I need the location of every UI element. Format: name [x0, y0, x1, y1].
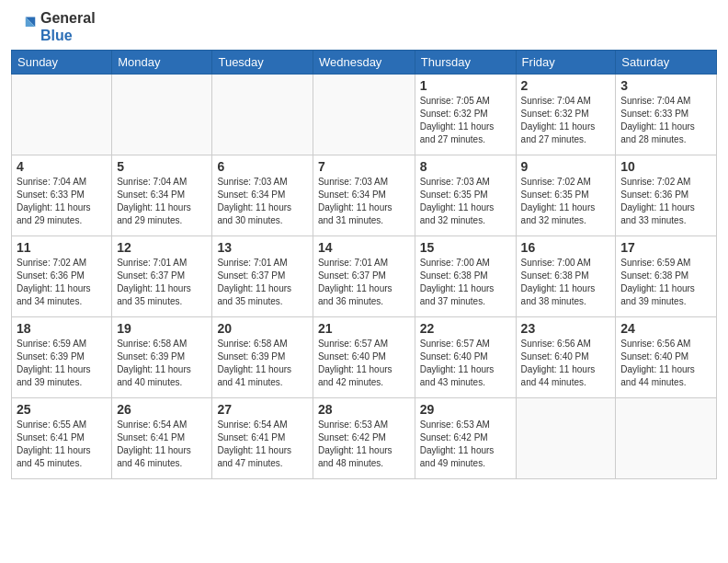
day-info: Sunrise: 7:04 AM Sunset: 6:33 PM Dayligh… [620, 95, 711, 146]
calendar-cell: 27Sunrise: 6:54 AM Sunset: 6:41 PM Dayli… [212, 398, 313, 479]
calendar-cell: 19Sunrise: 6:58 AM Sunset: 6:39 PM Dayli… [112, 317, 212, 398]
day-number: 21 [318, 321, 410, 336]
calendar-header-friday: Friday [516, 51, 616, 75]
calendar-cell: 4Sunrise: 7:04 AM Sunset: 6:33 PM Daylig… [12, 155, 112, 236]
calendar: SundayMondayTuesdayWednesdayThursdayFrid… [11, 50, 717, 479]
day-number: 29 [420, 402, 511, 417]
day-info: Sunrise: 6:56 AM Sunset: 6:40 PM Dayligh… [620, 338, 711, 389]
day-info: Sunrise: 7:04 AM Sunset: 6:32 PM Dayligh… [521, 95, 611, 146]
day-info: Sunrise: 6:54 AM Sunset: 6:41 PM Dayligh… [117, 419, 207, 470]
day-number: 28 [318, 402, 410, 417]
logo-text: General Blue [40, 9, 96, 44]
day-number: 3 [620, 78, 711, 93]
day-info: Sunrise: 6:54 AM Sunset: 6:41 PM Dayligh… [217, 419, 308, 470]
day-number: 5 [117, 159, 207, 174]
day-info: Sunrise: 6:57 AM Sunset: 6:40 PM Dayligh… [420, 338, 511, 389]
calendar-header-monday: Monday [112, 51, 212, 75]
day-number: 16 [521, 240, 611, 255]
calendar-cell: 13Sunrise: 7:01 AM Sunset: 6:37 PM Dayli… [212, 236, 313, 317]
logo-icon [11, 14, 37, 40]
day-info: Sunrise: 7:03 AM Sunset: 6:34 PM Dayligh… [217, 176, 308, 227]
calendar-cell: 2Sunrise: 7:04 AM Sunset: 6:32 PM Daylig… [516, 75, 616, 155]
calendar-cell: 12Sunrise: 7:01 AM Sunset: 6:37 PM Dayli… [112, 236, 212, 317]
calendar-cell [313, 75, 415, 155]
day-info: Sunrise: 7:00 AM Sunset: 6:38 PM Dayligh… [521, 257, 611, 308]
calendar-header-thursday: Thursday [415, 51, 516, 75]
day-number: 2 [521, 78, 611, 93]
calendar-cell: 10Sunrise: 7:02 AM Sunset: 6:36 PM Dayli… [616, 155, 717, 236]
calendar-week-row: 25Sunrise: 6:55 AM Sunset: 6:41 PM Dayli… [12, 398, 717, 479]
day-info: Sunrise: 6:58 AM Sunset: 6:39 PM Dayligh… [117, 338, 207, 389]
day-number: 27 [217, 402, 308, 417]
calendar-cell: 15Sunrise: 7:00 AM Sunset: 6:38 PM Dayli… [415, 236, 516, 317]
day-number: 24 [620, 321, 711, 336]
calendar-cell [616, 398, 717, 479]
calendar-cell [112, 75, 212, 155]
calendar-cell: 28Sunrise: 6:53 AM Sunset: 6:42 PM Dayli… [313, 398, 415, 479]
day-number: 14 [318, 240, 410, 255]
day-number: 1 [420, 78, 511, 93]
day-info: Sunrise: 7:03 AM Sunset: 6:34 PM Dayligh… [318, 176, 410, 227]
day-info: Sunrise: 6:56 AM Sunset: 6:40 PM Dayligh… [521, 338, 611, 389]
calendar-cell: 29Sunrise: 6:53 AM Sunset: 6:42 PM Dayli… [415, 398, 516, 479]
day-number: 19 [117, 321, 207, 336]
calendar-cell: 17Sunrise: 6:59 AM Sunset: 6:38 PM Dayli… [616, 236, 717, 317]
day-number: 18 [17, 321, 107, 336]
day-info: Sunrise: 6:53 AM Sunset: 6:42 PM Dayligh… [318, 419, 410, 470]
calendar-cell: 23Sunrise: 6:56 AM Sunset: 6:40 PM Dayli… [516, 317, 616, 398]
day-number: 13 [217, 240, 308, 255]
calendar-header-row: SundayMondayTuesdayWednesdayThursdayFrid… [12, 51, 717, 75]
day-info: Sunrise: 7:02 AM Sunset: 6:36 PM Dayligh… [17, 257, 107, 308]
day-number: 7 [318, 159, 410, 174]
day-info: Sunrise: 7:01 AM Sunset: 6:37 PM Dayligh… [117, 257, 207, 308]
calendar-cell: 24Sunrise: 6:56 AM Sunset: 6:40 PM Dayli… [616, 317, 717, 398]
calendar-header-sunday: Sunday [12, 51, 112, 75]
calendar-week-row: 1Sunrise: 7:05 AM Sunset: 6:32 PM Daylig… [12, 75, 717, 155]
day-info: Sunrise: 7:01 AM Sunset: 6:37 PM Dayligh… [217, 257, 308, 308]
calendar-cell [12, 75, 112, 155]
calendar-cell: 8Sunrise: 7:03 AM Sunset: 6:35 PM Daylig… [415, 155, 516, 236]
day-number: 11 [17, 240, 107, 255]
header: General Blue [11, 9, 717, 44]
day-number: 4 [17, 159, 107, 174]
day-info: Sunrise: 7:02 AM Sunset: 6:35 PM Dayligh… [521, 176, 611, 227]
day-number: 26 [117, 402, 207, 417]
calendar-cell [212, 75, 313, 155]
calendar-header-tuesday: Tuesday [212, 51, 313, 75]
calendar-week-row: 18Sunrise: 6:59 AM Sunset: 6:39 PM Dayli… [12, 317, 717, 398]
calendar-cell: 25Sunrise: 6:55 AM Sunset: 6:41 PM Dayli… [12, 398, 112, 479]
day-number: 15 [420, 240, 511, 255]
day-info: Sunrise: 7:01 AM Sunset: 6:37 PM Dayligh… [318, 257, 410, 308]
calendar-cell: 26Sunrise: 6:54 AM Sunset: 6:41 PM Dayli… [112, 398, 212, 479]
day-number: 10 [620, 159, 711, 174]
calendar-cell [516, 398, 616, 479]
day-info: Sunrise: 7:02 AM Sunset: 6:36 PM Dayligh… [620, 176, 711, 227]
day-number: 9 [521, 159, 611, 174]
calendar-cell: 11Sunrise: 7:02 AM Sunset: 6:36 PM Dayli… [12, 236, 112, 317]
day-number: 25 [17, 402, 107, 417]
day-info: Sunrise: 6:59 AM Sunset: 6:38 PM Dayligh… [620, 257, 711, 308]
calendar-header-wednesday: Wednesday [313, 51, 415, 75]
day-number: 12 [117, 240, 207, 255]
day-number: 20 [217, 321, 308, 336]
calendar-week-row: 11Sunrise: 7:02 AM Sunset: 6:36 PM Dayli… [12, 236, 717, 317]
calendar-cell: 1Sunrise: 7:05 AM Sunset: 6:32 PM Daylig… [415, 75, 516, 155]
day-number: 8 [420, 159, 511, 174]
day-number: 17 [620, 240, 711, 255]
calendar-cell: 18Sunrise: 6:59 AM Sunset: 6:39 PM Dayli… [12, 317, 112, 398]
logo: General Blue [11, 9, 96, 44]
calendar-cell: 9Sunrise: 7:02 AM Sunset: 6:35 PM Daylig… [516, 155, 616, 236]
calendar-cell: 20Sunrise: 6:58 AM Sunset: 6:39 PM Dayli… [212, 317, 313, 398]
day-info: Sunrise: 6:55 AM Sunset: 6:41 PM Dayligh… [17, 419, 107, 470]
day-info: Sunrise: 7:04 AM Sunset: 6:34 PM Dayligh… [117, 176, 207, 227]
calendar-cell: 3Sunrise: 7:04 AM Sunset: 6:33 PM Daylig… [616, 75, 717, 155]
calendar-header-saturday: Saturday [616, 51, 717, 75]
calendar-cell: 14Sunrise: 7:01 AM Sunset: 6:37 PM Dayli… [313, 236, 415, 317]
day-number: 22 [420, 321, 511, 336]
day-number: 23 [521, 321, 611, 336]
calendar-cell: 21Sunrise: 6:57 AM Sunset: 6:40 PM Dayli… [313, 317, 415, 398]
day-info: Sunrise: 7:03 AM Sunset: 6:35 PM Dayligh… [420, 176, 511, 227]
day-info: Sunrise: 6:53 AM Sunset: 6:42 PM Dayligh… [420, 419, 511, 470]
day-number: 6 [217, 159, 308, 174]
day-info: Sunrise: 7:05 AM Sunset: 6:32 PM Dayligh… [420, 95, 511, 146]
